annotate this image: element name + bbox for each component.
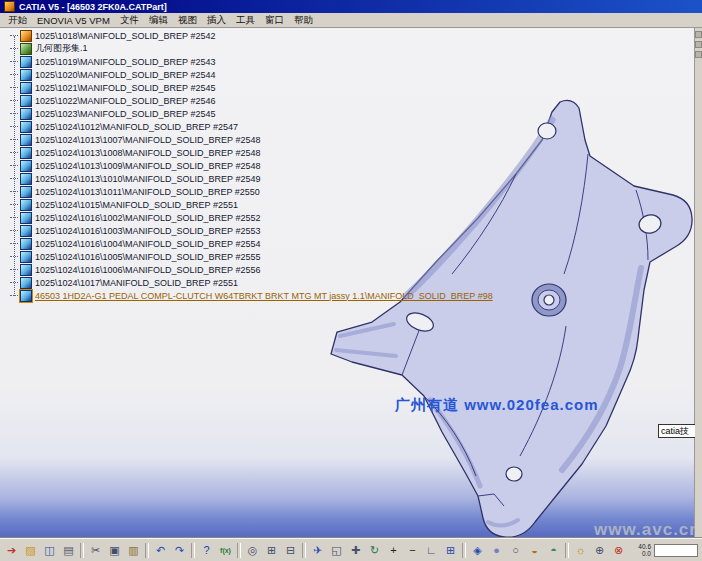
menu-工具[interactable]: 工具: [231, 14, 260, 27]
tree-item[interactable]: 46503 1HD2A-G1 PEDAL COMPL-CLUTCH W64TBR…: [2, 289, 493, 302]
open-icon[interactable]: ▨: [21, 541, 40, 560]
tree-item[interactable]: 1025\1024\1017\MANIFOLD_SOLID_BREP #2551: [2, 276, 493, 289]
wireframe-icon[interactable]: ○: [506, 541, 525, 560]
spec-tree: 1025\1018\MANIFOLD_SOLID_BREP #2542几何图形集…: [2, 29, 493, 302]
viewport[interactable]: 1025\1018\MANIFOLD_SOLID_BREP #2542几何图形集…: [0, 28, 695, 539]
right-toolbar[interactable]: [694, 28, 702, 539]
graph-icon[interactable]: ⊟: [281, 541, 300, 560]
zoom-out-icon[interactable]: −: [403, 541, 422, 560]
bottom-toolbar: ➔▨◫▤✂▣▥↶↷?f(x)◎⊞⊟✈◱✚↻+−∟⊞◈●○◒◓☼⊕⊗ 40.6 0…: [0, 538, 702, 561]
solid-icon: [20, 225, 32, 237]
solid-icon: [20, 69, 32, 81]
menu-开始[interactable]: 开始: [3, 14, 32, 27]
hole-top-tab[interactable]: [538, 123, 556, 139]
right-toolbar-handle: [695, 41, 702, 48]
menu-编辑[interactable]: 编辑: [144, 14, 173, 27]
solid-icon: [20, 264, 32, 276]
menu-窗口[interactable]: 窗口: [260, 14, 289, 27]
app-icon: [4, 1, 15, 12]
cut-icon[interactable]: ✂: [86, 541, 105, 560]
menu-帮助[interactable]: 帮助: [289, 14, 318, 27]
geoset-icon: [20, 43, 32, 55]
multi-view-icon[interactable]: ⊞: [441, 541, 460, 560]
title-bar[interactable]: CATIA V5 - [46503 2FK0A.CATPart]: [0, 0, 702, 13]
power-input[interactable]: [654, 544, 698, 557]
tree-item[interactable]: 1025\1023\MANIFOLD_SOLID_BREP #2545: [2, 107, 493, 120]
toolbar-separator: [462, 543, 466, 558]
window-title: CATIA V5 - [46503 2FK0A.CATPart]: [19, 2, 167, 12]
redo-icon[interactable]: ↷: [170, 541, 189, 560]
measure-icon[interactable]: ⊕: [590, 541, 609, 560]
tree-item[interactable]: 1025\1024\1016\1006\MANIFOLD_SOLID_BREP …: [2, 263, 493, 276]
tree-item-label: 1025\1024\1016\1002\MANIFOLD_SOLID_BREP …: [35, 213, 260, 223]
solid-icon: [20, 160, 32, 172]
tree-item[interactable]: 1025\1019\MANIFOLD_SOLID_BREP #2543: [2, 55, 493, 68]
pan-icon[interactable]: ✚: [346, 541, 365, 560]
menu-ENOVIA V5 VPM[interactable]: ENOVIA V5 VPM: [32, 15, 115, 26]
part-icon: [20, 30, 32, 42]
tree-item[interactable]: 1025\1024\1013\1007\MANIFOLD_SOLID_BREP …: [2, 133, 493, 146]
tree-item[interactable]: 1025\1022\MANIFOLD_SOLID_BREP #2546: [2, 94, 493, 107]
tree-item-label: 几何图形集.1: [35, 42, 88, 55]
save-icon[interactable]: ◫: [40, 541, 59, 560]
tree-item[interactable]: 1025\1024\1012\MANIFOLD_SOLID_BREP #2547: [2, 120, 493, 133]
undo-icon[interactable]: ↶: [151, 541, 170, 560]
normal-view-icon[interactable]: ∟: [422, 541, 441, 560]
tree-item-label: 1025\1024\1016\1006\MANIFOLD_SOLID_BREP …: [35, 265, 260, 275]
tree-item[interactable]: 1025\1024\1016\1005\MANIFOLD_SOLID_BREP …: [2, 250, 493, 263]
tree-item[interactable]: 1025\1024\1016\1003\MANIFOLD_SOLID_BREP …: [2, 224, 493, 237]
right-toolbar-handle: [695, 51, 702, 58]
tree-item-label: 1025\1024\1016\1005\MANIFOLD_SOLID_BREP …: [35, 252, 260, 262]
tree-toggle-icon[interactable]: ⊞: [262, 541, 281, 560]
axis-icon[interactable]: ⊗: [609, 541, 628, 560]
help-icon[interactable]: ?: [197, 541, 216, 560]
formula-icon[interactable]: f(x): [216, 541, 235, 560]
tree-item[interactable]: 1025\1024\1015\MANIFOLD_SOLID_BREP #2551: [2, 198, 493, 211]
iso-view-icon[interactable]: ◈: [468, 541, 487, 560]
search-icon[interactable]: ◎: [243, 541, 262, 560]
tree-item[interactable]: 1025\1024\1013\1011\MANIFOLD_SOLID_BREP …: [2, 185, 493, 198]
tree-item[interactable]: 几何图形集.1: [2, 42, 493, 55]
tree-item[interactable]: 1025\1021\MANIFOLD_SOLID_BREP #2545: [2, 81, 493, 94]
tree-item[interactable]: 1025\1024\1013\1010\MANIFOLD_SOLID_BREP …: [2, 172, 493, 185]
solid-icon: [20, 199, 32, 211]
fit-all-icon[interactable]: ◱: [327, 541, 346, 560]
toolbar-separator: [237, 543, 241, 558]
tree-item[interactable]: 1025\1018\MANIFOLD_SOLID_BREP #2542: [2, 29, 493, 42]
swap-space-icon[interactable]: ◓: [544, 541, 563, 560]
solid-icon: [20, 56, 32, 68]
hide-show-icon[interactable]: ◒: [525, 541, 544, 560]
tree-item[interactable]: 1025\1024\1013\1009\MANIFOLD_SOLID_BREP …: [2, 159, 493, 172]
solid-icon: [20, 186, 32, 198]
menu-文件[interactable]: 文件: [115, 14, 144, 27]
solid-icon: [20, 108, 32, 120]
print-icon[interactable]: ▤: [59, 541, 78, 560]
shaded-icon[interactable]: ●: [487, 541, 506, 560]
fly-icon[interactable]: ✈: [308, 541, 327, 560]
tree-item[interactable]: 1025\1024\1013\1008\MANIFOLD_SOLID_BREP …: [2, 146, 493, 159]
copy-icon[interactable]: ▣: [105, 541, 124, 560]
solid-icon: [20, 290, 32, 302]
hole-foot[interactable]: [506, 467, 522, 481]
solid-icon: [20, 212, 32, 224]
tree-item-label: 1025\1024\1013\1010\MANIFOLD_SOLID_BREP …: [35, 174, 260, 184]
toolbar-separator: [145, 543, 149, 558]
tree-item-label: 1025\1018\MANIFOLD_SOLID_BREP #2542: [35, 31, 215, 41]
select-icon[interactable]: ➔: [2, 541, 21, 560]
tree-item-label: 1025\1019\MANIFOLD_SOLID_BREP #2543: [35, 57, 215, 67]
menu-视图[interactable]: 视图: [173, 14, 202, 27]
menu-插入[interactable]: 插入: [202, 14, 231, 27]
zoom-in-icon[interactable]: +: [384, 541, 403, 560]
solid-icon: [20, 82, 32, 94]
solid-icon: [20, 251, 32, 263]
tree-item[interactable]: 1025\1020\MANIFOLD_SOLID_BREP #2544: [2, 68, 493, 81]
tree-item[interactable]: 1025\1024\1016\1002\MANIFOLD_SOLID_BREP …: [2, 211, 493, 224]
light-icon[interactable]: ☼: [571, 541, 590, 560]
tree-item[interactable]: 1025\1024\1016\1004\MANIFOLD_SOLID_BREP …: [2, 237, 493, 250]
paste-icon[interactable]: ▥: [124, 541, 143, 560]
tree-item-label: 1025\1024\1015\MANIFOLD_SOLID_BREP #2551: [35, 200, 238, 210]
rotate-icon[interactable]: ↻: [365, 541, 384, 560]
watermark: 广州有道 www.020fea.com: [395, 396, 599, 415]
tree-item-label: 1025\1024\1013\1007\MANIFOLD_SOLID_BREP …: [35, 135, 260, 145]
tree-item-label: 1025\1023\MANIFOLD_SOLID_BREP #2545: [35, 109, 215, 119]
